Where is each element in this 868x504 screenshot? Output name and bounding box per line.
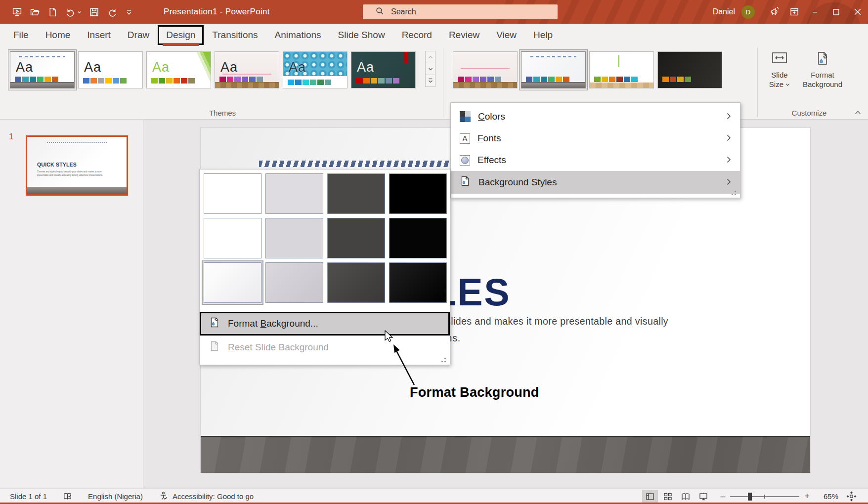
variant-dark[interactable] (657, 51, 722, 88)
themes-gallery: Aa Aa Aa Aa Aa Aa (10, 51, 416, 88)
slide-thumbnail-panel: 1 QUICK STYLES Themes and styles help to… (0, 120, 143, 488)
slide-indicator[interactable]: Slide 1 of 1 (10, 489, 55, 504)
tab-help[interactable]: Help (525, 24, 561, 46)
format-background-menu-item[interactable]: Format Background... (200, 312, 450, 336)
customize-quick-access-icon[interactable] (125, 7, 133, 17)
menu-item-label: Colors (478, 111, 505, 122)
slide-size-button[interactable]: Slide Size (764, 51, 795, 89)
bg-style-11[interactable] (327, 262, 385, 303)
feedback-megaphone-icon[interactable] (765, 0, 784, 24)
tab-animations[interactable]: Animations (266, 24, 330, 46)
gallery-scroll-down-icon[interactable] (425, 63, 435, 75)
reading-view-button[interactable] (678, 490, 694, 503)
fonts-icon: A (460, 133, 470, 144)
theme-floor (10, 82, 74, 88)
ribbon-display-options-icon[interactable] (784, 0, 804, 24)
tab-draw[interactable]: Draw (119, 24, 158, 46)
theme-integral[interactable]: Aa (283, 51, 347, 88)
normal-view-button[interactable] (642, 490, 658, 503)
submenu-chevron-icon (727, 111, 731, 122)
variants-gallery (453, 51, 722, 88)
gallery-scroll-up-icon[interactable] (425, 51, 435, 63)
menu-item-effects[interactable]: Effects (451, 149, 740, 171)
new-file-icon[interactable] (47, 7, 58, 17)
bg-style-3[interactable] (327, 173, 385, 214)
bg-style-1[interactable] (204, 173, 261, 214)
tab-view[interactable]: View (488, 24, 525, 46)
variant-green[interactable] (589, 51, 654, 88)
language-selector[interactable]: English (Nigeria) (80, 489, 151, 504)
annotation-label: Format Background (410, 385, 539, 400)
minimize-button[interactable]: – (804, 0, 825, 24)
theme-aa: Aa (152, 60, 170, 75)
slide-show-view-button[interactable] (695, 490, 711, 503)
bg-style-6[interactable] (265, 218, 323, 258)
menu-item-label: Fonts (477, 133, 501, 144)
theme-facet[interactable]: Aa (146, 51, 211, 88)
menu-item-colors[interactable]: Colors (451, 106, 740, 127)
menu-item-fonts[interactable]: A Fonts (451, 127, 740, 149)
tab-file[interactable]: File (5, 24, 37, 46)
tab-insert[interactable]: Insert (79, 24, 119, 46)
undo-button[interactable] (65, 7, 82, 17)
zoom-in-button[interactable]: + (804, 491, 810, 502)
zoom-out-button[interactable]: – (720, 491, 725, 502)
theme-current[interactable]: Aa (10, 51, 75, 88)
tab-design[interactable]: Design (158, 25, 204, 45)
redo-button[interactable] (107, 7, 118, 17)
theme-office[interactable]: Aa (78, 51, 143, 88)
submenu-chevron-icon (727, 133, 731, 144)
bg-style-2[interactable] (265, 173, 323, 214)
variant-floor (590, 83, 653, 88)
accessibility-status[interactable]: Accessibility: Good to go (151, 489, 261, 504)
close-button[interactable] (847, 0, 868, 24)
quick-access-toolbar (12, 7, 133, 17)
zoom-level[interactable]: 65% (818, 492, 838, 501)
search-input[interactable]: Search (363, 4, 558, 19)
bg-style-5[interactable] (204, 218, 261, 258)
theme-gallery[interactable]: Aa (215, 51, 279, 88)
variant-pink[interactable] (453, 51, 518, 88)
zoom-controls: – + 65% (720, 491, 838, 502)
theme-dark-teal[interactable]: Aa (351, 51, 416, 88)
flyout-resize-grip[interactable] (441, 357, 446, 363)
save-button[interactable] (89, 7, 99, 17)
spell-check-icon[interactable] (55, 489, 80, 504)
bg-style-7[interactable] (327, 218, 385, 258)
menu-resize-grip[interactable] (731, 190, 737, 196)
slide-1-thumbnail[interactable]: QUICK STYLES Themes and styles help to b… (26, 135, 128, 196)
tab-transitions[interactable]: Transitions (204, 24, 266, 46)
search-icon (376, 7, 384, 17)
collapse-ribbon-icon[interactable] (855, 108, 861, 117)
bg-style-8[interactable] (389, 218, 447, 258)
reset-slide-background-menu-item[interactable]: Reset Slide Background (200, 337, 450, 358)
tab-record[interactable]: Record (393, 24, 440, 46)
bg-style-12[interactable] (389, 262, 447, 303)
avatar[interactable]: D (741, 5, 755, 19)
fit-slide-to-window-button[interactable] (843, 490, 859, 503)
open-file-icon[interactable] (30, 7, 40, 17)
start-slideshow-icon[interactable] (12, 7, 22, 17)
gallery-more-icon[interactable] (425, 75, 435, 87)
background-styles-flyout: Format Background... Reset Slide Backgro… (199, 169, 450, 365)
themes-group-label: Themes (10, 109, 435, 117)
format-background-icon (209, 317, 220, 331)
zoom-slider[interactable] (730, 492, 799, 502)
group-separator (757, 48, 758, 117)
slide-sorter-view-button[interactable] (660, 490, 676, 503)
format-background-button[interactable]: Format Background (800, 51, 845, 89)
variant-current[interactable] (521, 51, 586, 88)
tab-home[interactable]: Home (37, 24, 79, 46)
menu-item-background-styles[interactable]: Background Styles (451, 171, 740, 194)
theme-color-chips (356, 78, 399, 84)
tab-review[interactable]: Review (440, 24, 488, 46)
bg-style-10[interactable] (265, 262, 323, 303)
bg-style-9-selected[interactable] (204, 262, 261, 303)
maximize-button[interactable] (825, 0, 847, 24)
zoom-slider-thumb[interactable] (748, 493, 752, 501)
theme-aa: Aa (16, 60, 33, 75)
bg-style-4[interactable] (389, 173, 447, 214)
customize-group-label: Customize (757, 109, 861, 117)
theme-aa: Aa (220, 60, 238, 75)
tab-slide-show[interactable]: Slide Show (330, 24, 393, 46)
